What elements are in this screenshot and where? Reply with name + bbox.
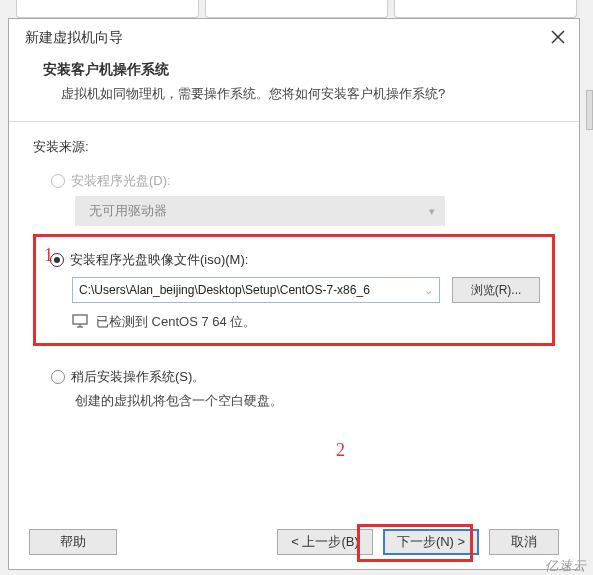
drive-select: 无可用驱动器 ▾ (75, 196, 445, 226)
wizard-content: 安装来源: 安装程序光盘(D): 无可用驱动器 ▾ 安装程序光盘映像文件(iso… (9, 122, 579, 516)
chevron-down-icon: ▾ (429, 205, 435, 218)
install-source-label: 安装来源: (33, 138, 555, 156)
watermark: 亿速云 (545, 557, 587, 575)
back-button[interactable]: < 上一步(B) (277, 529, 373, 555)
iso-path-value: C:\Users\Alan_beijing\Desktop\Setup\Cent… (79, 283, 370, 297)
help-button[interactable]: 帮助 (29, 529, 117, 555)
close-button[interactable] (551, 30, 565, 47)
dialog-title: 新建虚拟机向导 (25, 29, 123, 47)
annotation-number-1: 1 (44, 245, 53, 266)
option-installer-disc-label: 安装程序光盘(D): (71, 172, 171, 190)
browse-button[interactable]: 浏览(R)... (452, 277, 540, 303)
monitor-icon (72, 314, 88, 331)
annotation-highlight-box-1: 安装程序光盘映像文件(iso)(M): C:\Users\Alan_beijin… (33, 234, 555, 346)
header-title: 安装客户机操作系统 (43, 61, 545, 79)
option-installer-disc: 安装程序光盘(D): 无可用驱动器 ▾ (51, 172, 555, 226)
background-tabs (0, 0, 593, 18)
next-button[interactable]: 下一步(N) > (383, 529, 479, 555)
new-vm-wizard-dialog: 新建虚拟机向导 安装客户机操作系统 虚拟机如同物理机，需要操作系统。您将如何安装… (8, 18, 580, 570)
radio-installer-disc (51, 174, 65, 188)
background-scroll-fragment (586, 90, 593, 130)
os-detected-row: 已检测到 CentOS 7 64 位。 (72, 313, 540, 331)
option-install-later: 稍后安装操作系统(S)。 创建的虚拟机将包含一个空白硬盘。 (51, 368, 555, 410)
cancel-button[interactable]: 取消 (489, 529, 559, 555)
header-subtitle: 虚拟机如同物理机，需要操作系统。您将如何安装客户机操作系统? (43, 85, 545, 103)
option-iso-label: 安装程序光盘映像文件(iso)(M): (70, 251, 248, 269)
chevron-down-icon[interactable]: ⌄ (424, 284, 433, 297)
os-detected-text: 已检测到 CentOS 7 64 位。 (96, 313, 256, 331)
titlebar: 新建虚拟机向导 (9, 19, 579, 57)
install-later-sub: 创建的虚拟机将包含一个空白硬盘。 (75, 392, 555, 410)
drive-select-value: 无可用驱动器 (89, 202, 167, 220)
close-icon (551, 30, 565, 44)
annotation-number-2: 2 (336, 440, 345, 461)
radio-install-later[interactable] (51, 370, 65, 384)
svg-rect-2 (73, 315, 87, 324)
wizard-footer: 帮助 < 上一步(B) 下一步(N) > 取消 (9, 516, 579, 569)
option-install-later-label: 稍后安装操作系统(S)。 (71, 368, 205, 386)
wizard-header: 安装客户机操作系统 虚拟机如同物理机，需要操作系统。您将如何安装客户机操作系统? (9, 57, 579, 122)
iso-path-input[interactable]: C:\Users\Alan_beijing\Desktop\Setup\Cent… (72, 277, 440, 303)
